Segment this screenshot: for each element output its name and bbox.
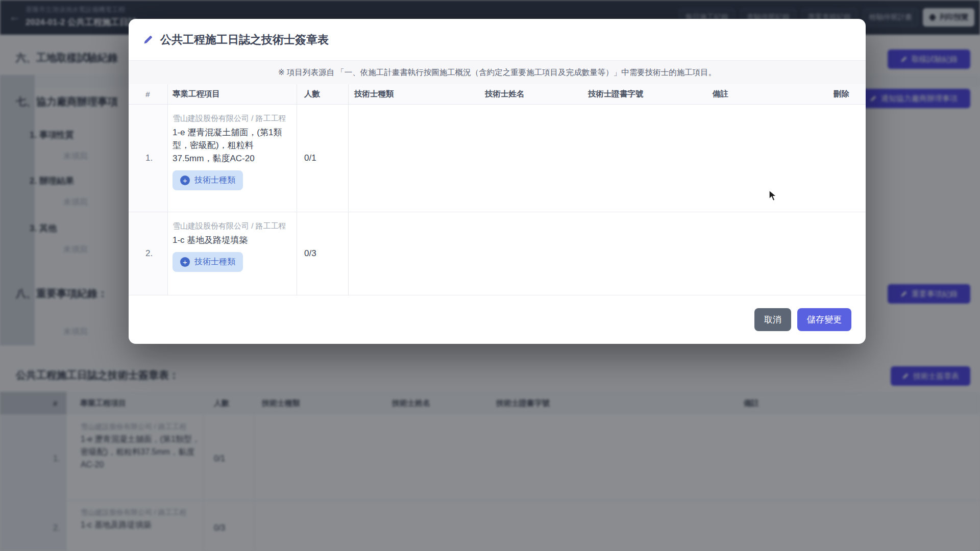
row2-type-cell <box>349 212 479 295</box>
row1-company: 雪山建設股份有限公司 / 路工工程 <box>173 113 290 124</box>
row2-company: 雪山建設股份有限公司 / 路工工程 <box>173 220 290 232</box>
mouse-cursor <box>769 190 780 202</box>
col-type: 技術士種類 <box>349 84 479 104</box>
row2-item: 1-c 基地及路堤填築 <box>173 234 290 247</box>
row2-add-technician-type-button[interactable]: + 技術士種類 <box>173 252 243 272</box>
row1-index: 1. <box>129 105 168 212</box>
pencil-icon <box>143 35 153 45</box>
plus-icon: + <box>180 176 190 185</box>
modal-footer: 取消 儲存變更 <box>129 295 866 344</box>
table-row: 1. 雪山建設股份有限公司 / 路工工程 1-e 瀝青混凝土舖面，(第1類型，密… <box>129 105 866 212</box>
row2-index: 2. <box>129 212 168 295</box>
row2-add-technician-type-label: 技術士種類 <box>194 257 235 267</box>
row1-type-cell <box>349 105 479 212</box>
row1-count: 0/1 <box>297 105 349 212</box>
modal-header: 公共工程施工日誌之技術士簽章表 <box>129 19 866 61</box>
row1-note-cell <box>707 105 828 212</box>
row1-delete-cell <box>828 105 866 212</box>
col-note: 備註 <box>707 84 828 104</box>
col-name: 技術士姓名 <box>479 84 582 104</box>
modal-notice: ※ 項目列表源自 「一、依施工計畫書執行按圖施工概況（含約定之重要施工項目及完成… <box>129 61 866 84</box>
col-count: 人數 <box>297 84 349 104</box>
modal-title: 公共工程施工日誌之技術士簽章表 <box>160 32 329 47</box>
row2-count: 0/3 <box>297 212 349 295</box>
row1-add-technician-type-button[interactable]: + 技術士種類 <box>173 170 243 190</box>
row1-name-cell <box>479 105 582 212</box>
row1-item: 1-e 瀝青混凝土舖面，(第1類型，密級配)，粗粒料37.5mm，黏度AC-20 <box>173 126 290 165</box>
save-changes-button[interactable]: 儲存變更 <box>797 308 851 331</box>
row2-project-cell: 雪山建設股份有限公司 / 路工工程 1-c 基地及路堤填築 + 技術士種類 <box>168 212 297 295</box>
cancel-button[interactable]: 取消 <box>754 308 791 331</box>
row1-add-technician-type-label: 技術士種類 <box>194 175 235 186</box>
row2-note-cell <box>707 212 828 295</box>
plus-icon: + <box>180 257 190 267</box>
col-delete: 刪除 <box>828 84 866 104</box>
row2-delete-cell <box>828 212 866 295</box>
modal-table-header: # 專業工程項目 人數 技術士種類 技術士姓名 技術士證書字號 備註 刪除 <box>129 84 866 105</box>
row1-cert-cell <box>582 105 707 212</box>
row2-cert-cell <box>582 212 707 295</box>
row2-name-cell <box>479 212 582 295</box>
col-cert: 技術士證書字號 <box>582 84 707 104</box>
col-index: # <box>129 84 168 104</box>
col-project: 專業工程項目 <box>168 84 297 104</box>
row1-project-cell: 雪山建設股份有限公司 / 路工工程 1-e 瀝青混凝土舖面，(第1類型，密級配)… <box>168 105 297 212</box>
table-row: 2. 雪山建設股份有限公司 / 路工工程 1-c 基地及路堤填築 + 技術士種類… <box>129 212 866 295</box>
technician-signature-modal: 公共工程施工日誌之技術士簽章表 ※ 項目列表源自 「一、依施工計畫書執行按圖施工… <box>129 19 866 344</box>
